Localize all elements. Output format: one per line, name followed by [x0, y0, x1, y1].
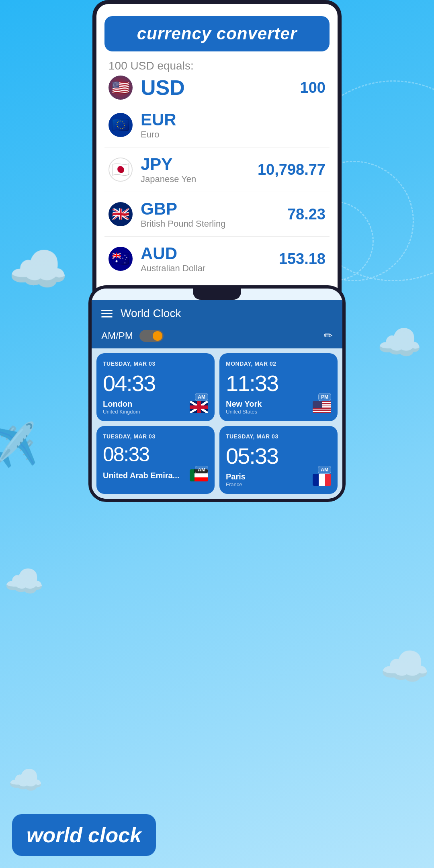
london-clock-card[interactable]: TUESDAY, MAR 03 04:33 AM London United K…	[96, 353, 215, 421]
usd-row: 🇺🇸 USD 100	[96, 72, 338, 103]
jpy-info: JPY Japanese Yen	[141, 155, 258, 184]
currency-banner-title: currency converter	[137, 24, 297, 43]
currency-screen: currency converter 100 USD equals: 🇺🇸 US…	[96, 4, 338, 326]
newyork-time: 11:33	[226, 370, 331, 396]
ampm-bar: AM/PM ✏	[92, 326, 342, 348]
paris-clock-card[interactable]: TUESDAY, MAR 03 05:33 AM Paris France	[219, 426, 338, 494]
uae-city: United Arab Emira...	[103, 471, 179, 480]
aud-value: 153.18	[279, 250, 326, 268]
newyork-location: New York United States	[226, 399, 262, 415]
jpy-code: JPY	[141, 155, 258, 174]
london-date: TUESDAY, MAR 03	[103, 360, 208, 367]
phone-notch	[193, 289, 241, 300]
gbp-code: GBP	[141, 199, 287, 219]
aud-row[interactable]: 🇦🇺 AUD Australian Dollar 153.18	[104, 237, 330, 281]
uae-clock-card[interactable]: TUESDAY, MAR 03 08:33 AM United Arab Emi…	[96, 426, 215, 494]
eur-row[interactable]: 🇪🇺 EUR Euro	[104, 103, 330, 147]
usd-code: USD	[141, 76, 300, 100]
london-time: 04:33	[103, 370, 208, 396]
usd-info: USD	[141, 76, 300, 100]
world-clock-label: world clock	[12, 814, 156, 856]
gbp-value: 78.23	[287, 206, 326, 223]
paris-ampm: AM	[318, 466, 331, 474]
usd-flag: 🇺🇸	[108, 76, 133, 100]
eur-flag: 🇪🇺	[108, 113, 133, 137]
edit-icon[interactable]: ✏	[324, 330, 333, 342]
uae-footer: United Arab Emira...	[103, 469, 208, 481]
paris-flag	[313, 474, 331, 486]
world-clock-label-text: world clock	[27, 823, 141, 847]
usd-header: 100 USD equals:	[96, 55, 338, 72]
aud-name: Australian Dollar	[141, 263, 279, 274]
aud-code: AUD	[141, 244, 279, 263]
gbp-flag: 🇬🇧	[108, 202, 133, 226]
newyork-flag	[313, 401, 331, 413]
newyork-clock-card[interactable]: MONDAY, MAR 02 11:33 PM New York United …	[219, 353, 338, 421]
uae-date: TUESDAY, MAR 03	[103, 433, 208, 440]
eur-info: EUR Euro	[141, 110, 326, 140]
world-clock-screen: World Clock AM/PM ✏ TUESDAY, MAR 03 04:3…	[92, 289, 342, 499]
world-clock-header: World Clock	[92, 300, 342, 326]
london-country: United Kingdom	[103, 409, 140, 415]
world-clock-title: World Clock	[121, 307, 333, 320]
usd-value: 100	[300, 79, 326, 96]
aud-flag: 🇦🇺	[108, 247, 133, 271]
clock-grid: TUESDAY, MAR 03 04:33 AM London United K…	[92, 348, 342, 499]
currency-converter-banner: currency converter	[104, 16, 330, 51]
paris-location: Paris France	[226, 472, 246, 487]
gbp-info: GBP British Pound Sterling	[141, 199, 287, 229]
paris-city: Paris	[226, 472, 246, 481]
london-flag	[190, 401, 208, 413]
newyork-ampm: PM	[318, 393, 331, 401]
newyork-footer: New York United States	[226, 399, 331, 415]
currency-converter-phone: currency converter 100 USD equals: 🇺🇸 US…	[92, 0, 342, 330]
aud-info: AUD Australian Dollar	[141, 244, 279, 274]
london-city: London	[103, 399, 140, 409]
newyork-country: United States	[226, 409, 262, 415]
jpy-name: Japanese Yen	[141, 174, 258, 184]
jpy-flag: 🇯🇵	[108, 158, 133, 182]
world-clock-phone: World Clock AM/PM ✏ TUESDAY, MAR 03 04:3…	[88, 285, 346, 502]
jpy-value: 10,798.77	[258, 161, 326, 178]
london-location: London United Kingdom	[103, 399, 140, 415]
newyork-city: New York	[226, 399, 262, 409]
paris-footer: Paris France	[226, 472, 331, 487]
gbp-row[interactable]: 🇬🇧 GBP British Pound Sterling 78.23	[104, 192, 330, 237]
gbp-name: British Pound Sterling	[141, 219, 287, 229]
paris-date: TUESDAY, MAR 03	[226, 433, 331, 440]
eur-code: EUR	[141, 110, 326, 129]
uae-location: United Arab Emira...	[103, 471, 179, 480]
jpy-row[interactable]: 🇯🇵 JPY Japanese Yen 10,798.77	[104, 147, 330, 192]
uae-time: 08:33	[103, 443, 208, 466]
paris-country: France	[226, 481, 246, 487]
ampm-label: AM/PM	[101, 330, 133, 342]
london-footer: London United Kingdom	[103, 399, 208, 415]
paris-time: 05:33	[226, 443, 331, 469]
menu-button[interactable]	[101, 310, 113, 317]
eur-name: Euro	[141, 129, 326, 140]
uae-ampm: AM	[195, 466, 208, 474]
ampm-toggle[interactable]	[139, 330, 164, 342]
london-ampm: AM	[195, 393, 208, 401]
newyork-date: MONDAY, MAR 02	[226, 360, 331, 367]
usd-header-text: 100 USD equals:	[108, 59, 194, 72]
